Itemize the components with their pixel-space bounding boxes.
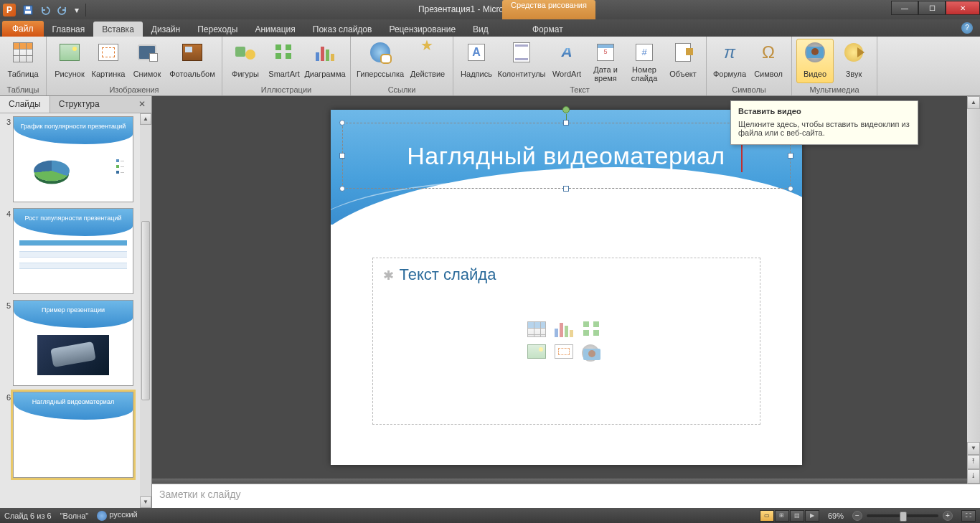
next-slide-button[interactable]: ⭳	[967, 469, 980, 484]
zoom-out-button[interactable]: −	[852, 511, 862, 521]
wordart-button[interactable]: AWordArt	[548, 39, 585, 83]
ribbon: Таблица Таблицы Рисунок Картинка Снимок …	[0, 37, 980, 96]
slide[interactable]: Наглядный видеоматериал ✱Текст слайда	[331, 110, 802, 465]
tab-animations[interactable]: Анимация	[246, 22, 303, 37]
scroll-handle[interactable]	[141, 221, 150, 400]
chart-button[interactable]: Диаграмма	[304, 39, 346, 83]
vertical-scrollbar[interactable]: ▲ ▼ ⭱ ⭳	[967, 96, 980, 484]
headerfooter-button[interactable]: Колонтитулы	[496, 39, 547, 83]
tab-home[interactable]: Главная	[44, 22, 94, 37]
screenshot-button[interactable]: Снимок	[128, 39, 166, 83]
undo-button[interactable]	[37, 2, 53, 18]
shapes-button[interactable]: Фигуры	[227, 39, 264, 83]
scroll-down-icon[interactable]: ▼	[140, 496, 151, 508]
zoom-track[interactable]	[867, 514, 938, 517]
scroll-up-icon[interactable]: ▲	[140, 113, 151, 125]
tab-insert[interactable]: Вставка	[93, 22, 143, 37]
insert-clipart-icon[interactable]	[555, 344, 576, 363]
zoom-slider[interactable]: − +	[852, 511, 953, 521]
zoom-percent[interactable]: 69%	[828, 512, 844, 520]
table-button[interactable]: Таблица	[4, 39, 42, 83]
group-label-links: Ссылки	[355, 85, 448, 95]
thumb-title: График популярности презентаций	[14, 123, 133, 130]
equation-button[interactable]: πФормула	[711, 39, 748, 83]
resize-handle[interactable]	[788, 153, 793, 159]
title-placeholder[interactable]: Наглядный видеоматериал	[342, 123, 791, 189]
clipart-button[interactable]: Картинка	[90, 39, 127, 83]
smartart-button[interactable]: SmartArt	[265, 39, 303, 83]
object-button[interactable]: Объект	[664, 39, 702, 83]
scroll-down-icon[interactable]: ▼	[967, 442, 980, 455]
content-placeholder[interactable]: ✱Текст слайда	[372, 258, 760, 425]
insert-media-icon[interactable]	[582, 344, 603, 363]
slideshow-view-button[interactable]: ▶	[805, 510, 819, 522]
insert-smartart-icon[interactable]	[582, 321, 603, 340]
scroll-up-icon[interactable]: ▲	[967, 96, 980, 109]
slide-thumb-5[interactable]: Пример презентации	[13, 300, 133, 386]
notes-splitter[interactable]	[152, 479, 980, 484]
tab-transitions[interactable]: Переходы	[189, 22, 246, 37]
status-theme: "Волна"	[60, 512, 89, 520]
slide-title-text[interactable]: Наглядный видеоматериал	[407, 142, 725, 170]
fit-to-window-button[interactable]: ⛶	[961, 510, 976, 522]
tab-view[interactable]: Вид	[464, 22, 497, 37]
status-slide-count: Слайд 6 из 6	[4, 512, 52, 520]
close-button[interactable]: ✕	[946, 1, 980, 15]
zoom-in-button[interactable]: +	[943, 511, 953, 521]
thumb-row: 5 Пример презентации	[3, 300, 146, 386]
thumb-title: Пример презентации	[14, 306, 133, 314]
normal-view-button[interactable]: ▭	[760, 510, 774, 522]
resize-handle[interactable]	[339, 153, 345, 159]
minimize-button[interactable]: —	[891, 1, 918, 15]
audio-button[interactable]: Звук	[835, 39, 872, 83]
thumb-number: 3	[3, 116, 13, 126]
slide-thumb-6[interactable]: Наглядный видеоматериал	[13, 392, 133, 478]
resize-handle[interactable]	[563, 186, 569, 192]
reading-view-button[interactable]: ▤	[790, 510, 804, 522]
panel-tab-outline[interactable]: Структура	[50, 96, 108, 113]
thumb-number: 5	[3, 300, 13, 310]
help-button[interactable]: ?	[961, 22, 973, 34]
photoalbum-button[interactable]: Фотоальбом	[167, 39, 217, 83]
tab-design[interactable]: Дизайн	[143, 22, 189, 37]
insert-chart-icon[interactable]	[555, 321, 576, 340]
slides-panel: Слайды Структура ✕ 3 График популярности…	[0, 96, 152, 508]
panel-close-button[interactable]: ✕	[133, 96, 151, 113]
rotate-handle[interactable]	[562, 106, 570, 113]
tab-format[interactable]: Формат	[524, 22, 572, 37]
qat-customize-button[interactable]: ▾	[72, 2, 82, 18]
tab-file[interactable]: Файл	[2, 21, 44, 37]
save-button[interactable]	[20, 2, 36, 18]
app-icon[interactable]: P	[3, 4, 16, 17]
sorter-view-button[interactable]: ⊞	[775, 510, 789, 522]
tab-slideshow[interactable]: Показ слайдов	[304, 22, 381, 37]
symbol-button[interactable]: ΩСимвол	[750, 39, 787, 83]
hyperlink-button[interactable]: Гиперссылка	[355, 39, 405, 83]
thumbs-scrollbar[interactable]: ▲ ▼	[140, 113, 151, 508]
datetime-button[interactable]: 5Дата и время	[587, 39, 624, 83]
insert-table-icon[interactable]	[527, 321, 549, 340]
thumb-row: 6 Наглядный видеоматериал	[3, 392, 146, 478]
resize-handle[interactable]	[563, 120, 569, 126]
resize-handle[interactable]	[339, 120, 345, 126]
notes-pane[interactable]: Заметки к слайду	[152, 484, 980, 508]
prev-slide-button[interactable]: ⭱	[967, 455, 980, 469]
bullet-icon: ✱	[383, 268, 394, 283]
slide-thumb-4[interactable]: Рост популярности презентаций	[13, 208, 133, 294]
panel-tab-slides[interactable]: Слайды	[0, 96, 50, 113]
slidenumber-button[interactable]: #Номер слайда	[626, 39, 663, 83]
action-button[interactable]: Действие	[407, 39, 448, 83]
redo-button[interactable]	[55, 2, 70, 18]
tab-review[interactable]: Рецензирование	[380, 22, 464, 37]
textbox-button[interactable]: AНадпись	[458, 39, 495, 83]
slide-thumb-3[interactable]: График популярности презентаций ———	[13, 116, 133, 202]
status-language[interactable]: русский	[97, 510, 137, 520]
insert-picture-icon[interactable]	[527, 344, 549, 363]
picture-button[interactable]: Рисунок	[51, 39, 88, 83]
video-button[interactable]: Видео	[796, 39, 834, 83]
maximize-button[interactable]: ☐	[918, 1, 946, 15]
resize-handle[interactable]	[339, 186, 345, 192]
ribbon-group-media: Видео Звук Мультимедиа	[792, 37, 877, 95]
slide-canvas[interactable]: Наглядный видеоматериал ✱Текст слайда	[152, 96, 980, 479]
resize-handle[interactable]	[788, 186, 793, 192]
